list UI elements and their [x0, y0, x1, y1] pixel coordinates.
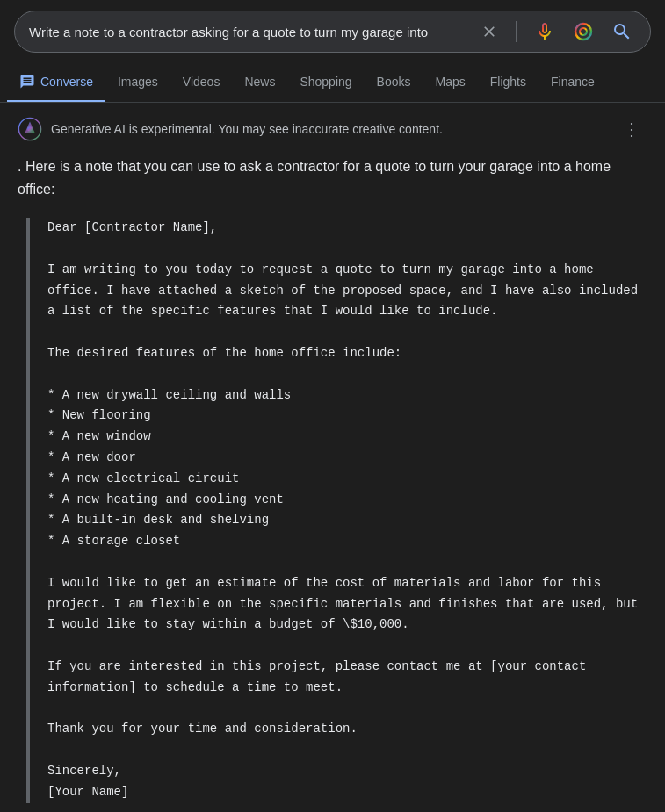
ai-banner: Generative AI is experimental. You may s… — [0, 103, 665, 155]
search-icon — [611, 21, 632, 42]
letter-block: Dear [Contractor Name], I am writing to … — [26, 218, 647, 802]
tab-images[interactable]: Images — [105, 64, 170, 102]
search-query: Write a note to a contractor asking for … — [29, 25, 470, 40]
tab-videos[interactable]: Videos — [170, 64, 233, 102]
tabs-container: Converse Images Videos News Shopping Boo… — [0, 63, 665, 103]
tab-maps[interactable]: Maps — [423, 64, 478, 102]
tab-converse-label: Converse — [40, 75, 93, 89]
search-icons — [477, 18, 636, 46]
tab-shopping-label: Shopping — [300, 75, 351, 89]
svg-point-3 — [27, 126, 33, 132]
tab-videos-label: Videos — [183, 75, 220, 89]
tab-books[interactable]: Books — [365, 64, 423, 102]
search-bar-container: Write a note to a contractor asking for … — [0, 0, 665, 63]
tab-flights[interactable]: Flights — [478, 64, 539, 102]
divider — [516, 21, 517, 42]
tab-books-label: Books — [377, 75, 411, 89]
tab-converse[interactable]: Converse — [7, 63, 105, 103]
ai-intro-text: . Here is a note that you can use to ask… — [18, 155, 647, 200]
converse-icon — [19, 74, 35, 90]
tab-images-label: Images — [118, 75, 158, 89]
svg-point-0 — [575, 24, 591, 40]
tab-finance[interactable]: Finance — [539, 64, 607, 102]
tab-news-label: News — [244, 75, 275, 89]
tab-finance-label: Finance — [551, 75, 595, 89]
tab-flights-label: Flights — [490, 75, 526, 89]
tab-shopping[interactable]: Shopping — [287, 64, 364, 102]
tab-news[interactable]: News — [232, 64, 287, 102]
more-vert-icon: ⋮ — [623, 119, 640, 140]
tab-maps-label: Maps — [436, 75, 466, 89]
clear-button[interactable] — [477, 19, 502, 44]
ai-logo-icon — [18, 117, 42, 141]
mic-button[interactable] — [531, 18, 559, 46]
more-options-button[interactable]: ⋮ — [616, 115, 647, 143]
letter-text: Dear [Contractor Name], I am writing to … — [47, 218, 647, 802]
mic-icon — [534, 21, 555, 42]
lens-button[interactable] — [569, 18, 597, 46]
search-bar[interactable]: Write a note to a contractor asking for … — [14, 11, 651, 53]
close-icon — [481, 23, 498, 40]
ai-banner-text: Generative AI is experimental. You may s… — [51, 122, 607, 136]
ai-response: . Here is a note that you can use to ask… — [0, 155, 665, 812]
search-button[interactable] — [608, 18, 636, 46]
main-content: Generative AI is experimental. You may s… — [0, 103, 665, 812]
lens-icon — [573, 21, 594, 42]
